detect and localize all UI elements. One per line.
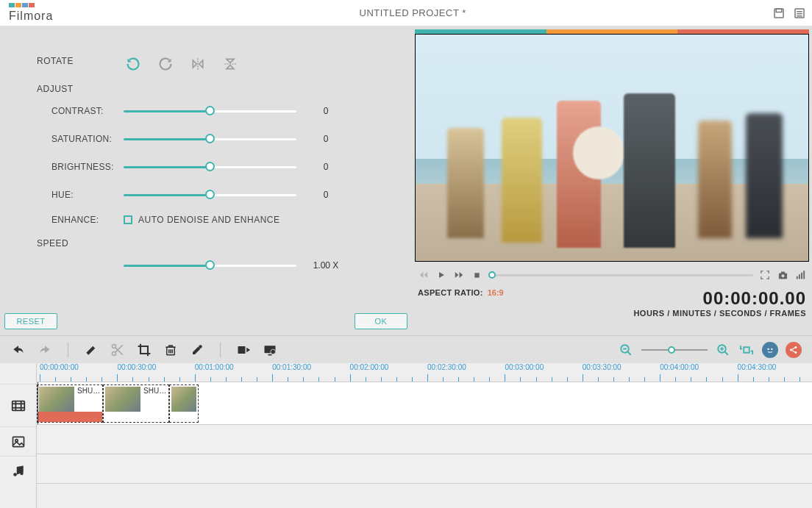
color-tuning-icon[interactable] [189,342,205,358]
svg-rect-55 [12,401,24,410]
zoom-out-icon[interactable] [618,342,634,358]
svg-line-44 [724,351,728,355]
adjust-value: 0 [296,162,355,172]
image-track-icon[interactable] [0,426,36,456]
step-back-icon[interactable] [418,269,430,281]
svg-rect-60 [13,437,24,446]
crop-icon[interactable] [136,342,152,358]
ruler-tick: 00:01:30:00 [272,363,311,371]
video-preview[interactable] [415,34,809,262]
ruler-tick: 00:04:00:00 [660,363,699,371]
audio-track-icon[interactable] [0,456,36,485]
timeline-tracks[interactable]: 00:00:00:0000:00:30:0000:01:00:0000:01:3… [37,363,812,508]
reset-button[interactable]: RESET [4,313,57,329]
timeline-clip[interactable]: SHUT... [103,384,169,423]
ruler-tick: 00:02:30:00 [427,363,466,371]
zoom-in-icon[interactable] [715,342,731,358]
adjust-value: 0 [296,134,355,144]
snapshot-icon[interactable] [777,269,788,281]
adjust-slider-2[interactable] [124,160,296,173]
adjust-slider-0[interactable] [124,104,296,118]
edit-panel: ROTATE ADJUST CONTRAST:0SATURATION:0BRIG… [0,26,412,335]
edit-icon[interactable] [83,342,99,358]
ruler-tick: 00:00:30:00 [117,363,156,371]
svg-marker-15 [455,272,459,278]
speed-slider[interactable] [124,259,296,272]
rotate-ccw-icon[interactable] [125,56,141,72]
svg-marker-13 [424,272,428,278]
svg-rect-38 [268,354,272,355]
auto-denoise-checkbox[interactable] [124,215,132,224]
volume-icon[interactable] [794,269,806,281]
play-icon[interactable] [435,269,447,281]
svg-point-48 [768,348,769,349]
speed-section-label: SPEED [37,238,412,248]
preview-scrubber[interactable] [488,270,753,280]
project-title: UNTITLED PROJECT * [53,7,772,18]
brand-text: Filmora [9,10,53,22]
svg-point-34 [199,345,202,348]
zoom-slider[interactable] [641,345,708,355]
image-track[interactable] [37,425,812,454]
svg-line-54 [792,350,795,351]
ruler-tick: 00:03:00:00 [505,363,544,371]
app-header: Filmora UNTITLED PROJECT * [0,0,812,26]
timecode-display: 00:00:00.00 [633,288,806,309]
brand-logo: Filmora [9,3,53,23]
flip-horizontal-icon[interactable] [190,56,206,72]
adjust-slider-1[interactable] [124,132,296,146]
svg-marker-12 [420,272,424,278]
speed-value: 1.00 X [296,260,355,271]
aspect-ratio-label: ASPECT RATIO: [418,288,483,297]
help-icon[interactable] [762,342,778,358]
fullscreen-icon[interactable] [759,269,771,281]
preview-panel: ASPECT RATIO: 16:9 00:00:00.00 HOURS / M… [412,26,812,335]
enhance-label: ENHANCE: [0,215,124,225]
ruler-tick: 00:03:30:00 [583,363,622,371]
stop-icon[interactable] [471,269,482,281]
ok-button[interactable]: OK [355,313,407,329]
undo-icon[interactable] [10,342,26,358]
playhead[interactable] [38,382,38,424]
adjust-section-label: ADJUST [37,84,412,94]
step-forward-icon[interactable] [453,269,465,281]
timeline-toolbar [0,335,812,363]
menu-icon[interactable] [793,7,806,20]
timecode-units: HOURS / MINUTES / SECONDS / FRAMES [633,309,806,318]
zoom-fit-icon[interactable] [738,342,755,358]
svg-rect-24 [803,271,805,279]
svg-marker-6 [193,60,196,68]
svg-marker-16 [460,272,463,278]
timeline-clip[interactable]: SHUT... [37,384,103,423]
audio-track[interactable] [37,454,812,484]
ruler-tick: 00:01:00:00 [195,363,234,371]
rotate-cw-icon[interactable] [157,56,174,72]
svg-point-62 [20,471,24,475]
adjust-label: HUE: [0,190,124,200]
svg-rect-17 [474,273,479,277]
preview-controls [415,265,809,285]
svg-rect-47 [744,347,749,353]
ruler-tick: 00:04:30:00 [738,363,777,371]
timeline-clip[interactable] [169,384,199,423]
adjust-label: BRIGHTNESS: [0,162,124,172]
record-screen-icon[interactable] [262,342,278,358]
adjust-label: CONTRAST: [0,106,124,116]
svg-rect-22 [799,274,800,279]
delete-icon[interactable] [163,342,179,358]
svg-rect-23 [801,272,802,279]
export-icon[interactable] [235,342,252,358]
split-icon[interactable] [110,342,126,358]
svg-point-19 [781,274,784,277]
timeline-ruler[interactable]: 00:00:00:0000:00:30:0000:01:00:0000:01:3… [37,363,812,382]
save-icon[interactable] [772,7,786,20]
redo-icon[interactable] [37,342,53,358]
share-icon[interactable] [786,342,802,358]
video-track-icon[interactable] [0,384,36,426]
adjust-slider-3[interactable] [124,188,296,201]
svg-marker-36 [246,347,250,352]
video-track[interactable]: SHUT...SHUT... [37,382,812,425]
flip-vertical-icon[interactable] [222,56,238,72]
adjust-value: 0 [296,190,355,200]
main-area: ROTATE ADJUST CONTRAST:0SATURATION:0BRIG… [0,26,812,335]
